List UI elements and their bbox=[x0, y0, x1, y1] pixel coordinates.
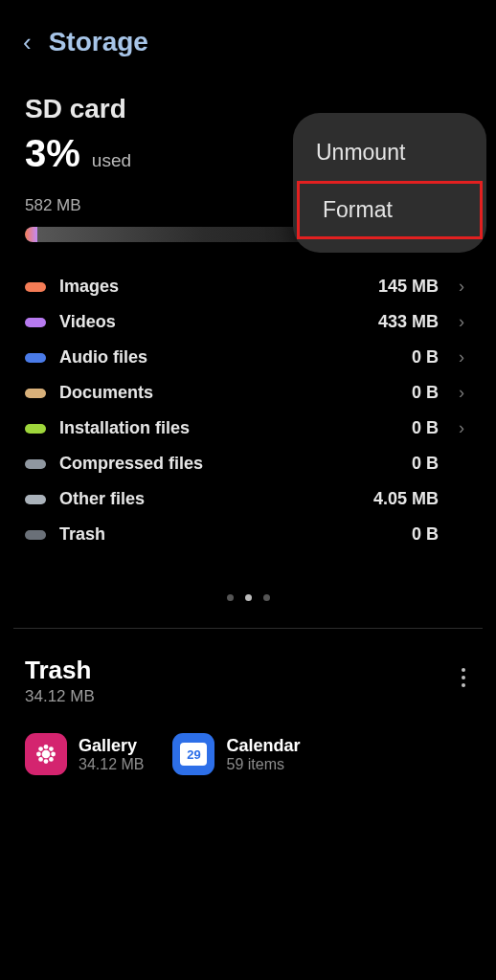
category-size: 0 B bbox=[412, 347, 439, 368]
category-name: Videos bbox=[59, 312, 365, 332]
app-text: Gallery 34.12 MB bbox=[79, 736, 144, 773]
category-row[interactable]: Videos 433 MB › bbox=[25, 304, 471, 340]
trash-app-item[interactable]: 29 Calendar 59 items bbox=[172, 733, 300, 775]
trash-apps-row: Gallery 34.12 MB 29 Calendar 59 items bbox=[25, 733, 471, 775]
pager-dot bbox=[227, 594, 234, 601]
category-color-icon bbox=[25, 318, 46, 327]
category-size: 433 MB bbox=[378, 312, 439, 332]
svg-point-2 bbox=[44, 759, 49, 764]
trash-app-item[interactable]: Gallery 34.12 MB bbox=[25, 733, 144, 775]
chevron-right-icon: › bbox=[452, 383, 471, 403]
category-color-icon bbox=[25, 459, 46, 469]
page-indicator[interactable] bbox=[25, 594, 471, 624]
category-color-icon bbox=[25, 495, 46, 504]
storage-percent: 3% bbox=[25, 132, 80, 175]
category-row: Other files 4.05 MB bbox=[25, 481, 471, 517]
trash-subtitle: 34.12 MB bbox=[25, 687, 471, 706]
calendar-app-icon: 29 bbox=[172, 733, 214, 775]
context-menu: Unmount Format bbox=[293, 113, 486, 253]
svg-point-5 bbox=[38, 746, 43, 751]
category-size: 0 B bbox=[412, 383, 439, 403]
category-size: 4.05 MB bbox=[373, 489, 439, 509]
category-name: Installation files bbox=[59, 418, 398, 438]
page-title: Storage bbox=[49, 27, 148, 57]
category-row: Compressed files 0 B bbox=[25, 446, 471, 481]
gallery-app-icon bbox=[25, 733, 67, 775]
back-icon[interactable]: ‹ bbox=[23, 30, 32, 55]
category-row[interactable]: Audio files 0 B › bbox=[25, 340, 471, 375]
pager-dot bbox=[263, 594, 270, 601]
chevron-right-icon: › bbox=[452, 277, 471, 297]
chevron-right-icon: › bbox=[452, 347, 471, 368]
category-color-icon bbox=[25, 353, 46, 363]
category-name: Trash bbox=[59, 524, 398, 545]
app-name: Calendar bbox=[226, 736, 300, 756]
category-color-icon bbox=[25, 389, 46, 398]
trash-section: Trash 34.12 MB Gallery 34.12 MB 29 Calen… bbox=[0, 629, 496, 775]
svg-point-6 bbox=[49, 746, 54, 751]
chevron-right-icon: › bbox=[452, 418, 471, 438]
header: ‹ Storage bbox=[0, 0, 496, 75]
trash-title: Trash bbox=[25, 656, 471, 685]
chevron-right-icon: › bbox=[452, 312, 471, 332]
category-name: Images bbox=[59, 277, 365, 297]
svg-point-7 bbox=[38, 757, 43, 762]
category-name: Audio files bbox=[59, 347, 398, 368]
menu-item-format[interactable]: Format bbox=[297, 181, 483, 239]
svg-point-8 bbox=[49, 757, 54, 762]
category-size: 145 MB bbox=[378, 277, 439, 297]
category-color-icon bbox=[25, 530, 46, 540]
pager-dot-active bbox=[245, 594, 252, 601]
category-name: Documents bbox=[59, 383, 398, 403]
storage-percent-label: used bbox=[92, 150, 131, 171]
svg-point-1 bbox=[44, 745, 49, 749]
category-row[interactable]: Images 145 MB › bbox=[25, 269, 471, 304]
category-size: 0 B bbox=[412, 454, 439, 474]
app-subtitle: 34.12 MB bbox=[79, 756, 144, 773]
app-subtitle: 59 items bbox=[226, 756, 300, 773]
category-name: Compressed files bbox=[59, 454, 398, 474]
category-name: Other files bbox=[59, 489, 360, 509]
more-icon[interactable] bbox=[452, 668, 475, 687]
svg-point-0 bbox=[42, 750, 51, 759]
storage-bar-fill bbox=[25, 227, 37, 242]
category-row[interactable]: Documents 0 B › bbox=[25, 375, 471, 411]
menu-item-unmount[interactable]: Unmount bbox=[293, 126, 486, 179]
app-name: Gallery bbox=[79, 736, 144, 756]
category-size: 0 B bbox=[412, 418, 439, 438]
svg-point-3 bbox=[36, 752, 41, 757]
calendar-icon: 29 bbox=[180, 743, 207, 766]
category-size: 0 B bbox=[412, 524, 439, 545]
gallery-icon bbox=[34, 742, 58, 767]
category-color-icon bbox=[25, 282, 46, 292]
category-list: Images 145 MB › Videos 433 MB › Audio fi… bbox=[25, 269, 471, 552]
category-row[interactable]: Installation files 0 B › bbox=[25, 411, 471, 446]
category-row: Trash 0 B bbox=[25, 517, 471, 552]
app-text: Calendar 59 items bbox=[226, 736, 300, 773]
category-color-icon bbox=[25, 424, 46, 434]
svg-point-4 bbox=[51, 752, 56, 757]
